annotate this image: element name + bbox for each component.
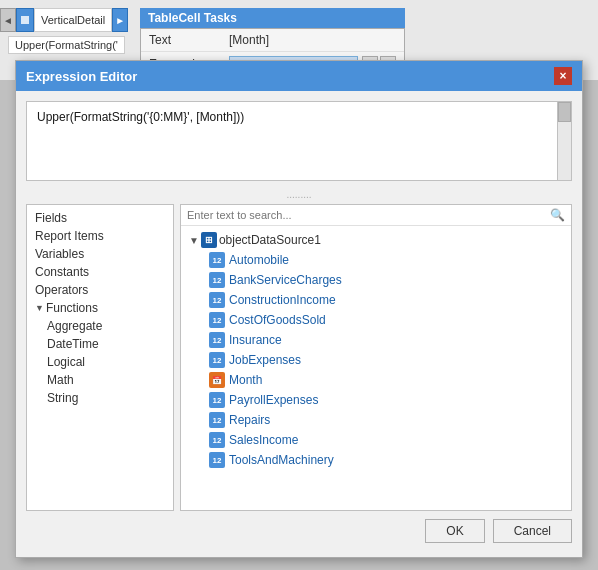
field-icon-construction: 12 [209, 292, 225, 308]
field-label-month: Month [229, 373, 262, 387]
bottom-panel: Fields Report Items Variables Constants … [26, 204, 572, 511]
field-label-payroll: PayrollExpenses [229, 393, 318, 407]
field-label-automobile: Automobile [229, 253, 289, 267]
tree-item-variables[interactable]: Variables [27, 245, 173, 263]
vd-expand-icon[interactable]: ► [112, 8, 128, 32]
search-icon: 🔍 [550, 208, 565, 222]
field-label-sales: SalesIncome [229, 433, 298, 447]
tree-item-string[interactable]: String [27, 389, 173, 407]
expression-text: Upper(FormatString('{0:MM}', [Month])) [37, 110, 561, 124]
field-icon-job: 12 [209, 352, 225, 368]
modal-close-button[interactable]: × [554, 67, 572, 85]
field-payrollexpenses[interactable]: 12 PayrollExpenses [181, 390, 571, 410]
field-label-insurance: Insurance [229, 333, 282, 347]
field-month[interactable]: 📅 Month [181, 370, 571, 390]
vertical-detail-label: VerticalDetail [34, 8, 112, 32]
field-constructionincome[interactable]: 12 ConstructionIncome [181, 290, 571, 310]
field-icon-cost: 12 [209, 312, 225, 328]
tree-item-operators[interactable]: Operators [27, 281, 173, 299]
vd-collapse-icon[interactable]: ◄ [0, 8, 16, 32]
expression-text-area[interactable]: Upper(FormatString('{0:MM}', [Month])) [26, 101, 572, 181]
svg-rect-0 [21, 16, 29, 24]
field-label-job: JobExpenses [229, 353, 301, 367]
expression-editor-modal: Expression Editor × Upper(FormatString('… [15, 60, 583, 558]
tree-item-datetime[interactable]: DateTime [27, 335, 173, 353]
field-icon-repairs: 12 [209, 412, 225, 428]
field-bankservicecharges[interactable]: 12 BankServiceCharges [181, 270, 571, 290]
datasource-node[interactable]: ▼ ⊞ objectDataSource1 [181, 230, 571, 250]
field-jobexpenses[interactable]: 12 JobExpenses [181, 350, 571, 370]
search-input[interactable] [187, 209, 546, 221]
tree-item-constants[interactable]: Constants [27, 263, 173, 281]
tree-item-functions-label: Functions [46, 301, 98, 315]
field-label-construction: ConstructionIncome [229, 293, 336, 307]
tasks-panel-title: TableCell Tasks [140, 8, 405, 28]
field-icon-automobile: 12 [209, 252, 225, 268]
tree-item-aggregate[interactable]: Aggregate [27, 317, 173, 335]
tree-item-fields[interactable]: Fields [27, 209, 173, 227]
field-icon-payroll: 12 [209, 392, 225, 408]
field-salesincome[interactable]: 12 SalesIncome [181, 430, 571, 450]
modal-body: Upper(FormatString('{0:MM}', [Month])) .… [16, 91, 582, 553]
datasource-expand-arrow: ▼ [189, 235, 199, 246]
field-label-repairs: Repairs [229, 413, 270, 427]
field-automobile[interactable]: 12 Automobile [181, 250, 571, 270]
field-icon-insurance: 12 [209, 332, 225, 348]
vd-icon [16, 8, 34, 32]
tree-item-functions[interactable]: ▼ Functions [27, 299, 173, 317]
field-label-tools: ToolsAndMachinery [229, 453, 334, 467]
fields-list: ▼ ⊞ objectDataSource1 12 Automobile 12 B… [181, 226, 571, 510]
field-label-cost: CostOfGoodsSold [229, 313, 326, 327]
field-repairs[interactable]: 12 Repairs [181, 410, 571, 430]
scrollbar-thumb [558, 102, 571, 122]
field-icon-sales: 12 [209, 432, 225, 448]
datasource-icon: ⊞ [201, 232, 217, 248]
tree-item-math[interactable]: Math [27, 371, 173, 389]
formula-preview: Upper(FormatString(' [8, 36, 125, 54]
field-label-bank: BankServiceCharges [229, 273, 342, 287]
cancel-button[interactable]: Cancel [493, 519, 572, 543]
left-tree: Fields Report Items Variables Constants … [26, 204, 174, 511]
modal-footer: OK Cancel [26, 511, 572, 543]
field-icon-month: 📅 [209, 372, 225, 388]
tasks-text-row: Text [Month] [141, 29, 404, 52]
modal-title: Expression Editor [26, 69, 137, 84]
search-bar: 🔍 [181, 205, 571, 226]
vertical-detail-bar: ◄ VerticalDetail ► [0, 8, 128, 32]
field-insurance[interactable]: 12 Insurance [181, 330, 571, 350]
field-costofgoodssold[interactable]: 12 CostOfGoodsSold [181, 310, 571, 330]
tasks-text-value: [Month] [229, 33, 396, 47]
right-panel: 🔍 ▼ ⊞ objectDataSource1 12 Automobile [180, 204, 572, 511]
modal-titlebar: Expression Editor × [16, 61, 582, 91]
expression-scrollbar[interactable] [557, 102, 571, 180]
datasource-label: objectDataSource1 [219, 233, 321, 247]
field-toolsandmachinery[interactable]: 12 ToolsAndMachinery [181, 450, 571, 470]
tree-item-report-items[interactable]: Report Items [27, 227, 173, 245]
ok-button[interactable]: OK [425, 519, 484, 543]
tree-item-logical[interactable]: Logical [27, 353, 173, 371]
resize-handle[interactable]: ......... [26, 189, 572, 200]
functions-expand-arrow: ▼ [35, 303, 44, 313]
field-icon-bank: 12 [209, 272, 225, 288]
field-icon-tools: 12 [209, 452, 225, 468]
tasks-text-label: Text [149, 33, 229, 47]
